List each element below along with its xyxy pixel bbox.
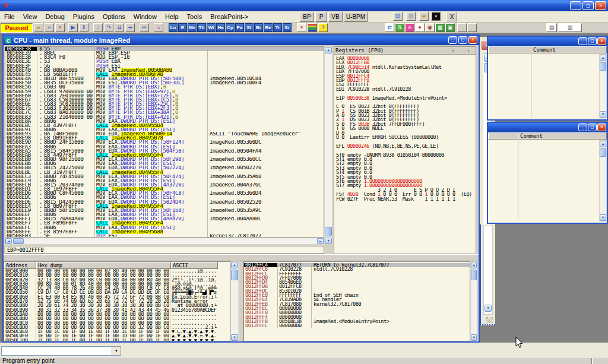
disasm-row[interactable]: 00508ED6.8B0D C8F45000MOV ECX,DWORD PTR … [5, 191, 324, 195]
register-line[interactable]: S 0 FS 003B 32bit 7FFDF000(FFF) [336, 122, 476, 126]
plugin-button-vb[interactable]: VB [328, 12, 343, 22]
disasm-row[interactable]: 00508EF7.E8 F896F8FFCALL ImageRed.004955… [5, 221, 324, 225]
dump-row[interactable]: 0050C0E01F 00 1C 00 1F 00 1E 00 1F 00 1E… [4, 330, 230, 334]
menu-view[interactable]: View [19, 12, 42, 21]
scroll-down-icon[interactable]: ▼ [600, 214, 606, 221]
restore-button[interactable]: □ [582, 1, 594, 10]
open-file-button[interactable]: ▰ [34, 23, 43, 32]
dump-row[interactable]: 0050C0C000 00 00 00 00 00 00 00 00 00 00… [4, 321, 230, 325]
register-line[interactable]: ST3 empty 0.0 [336, 166, 476, 170]
toolbar-br-button[interactable]: Br [254, 23, 263, 32]
scroll-thumb[interactable] [325, 227, 332, 236]
minimize-button[interactable]: _ [570, 1, 581, 10]
disasm-row[interactable]: 00508E7C.C683 8A030000 00MOV BYTE PTR DS… [5, 110, 324, 115]
comment-window-2-titlebar[interactable]: _ □ × [488, 123, 607, 132]
pane-splitter[interactable] [4, 254, 479, 261]
stack-row[interactable]: 0012FFD48054B6ED [244, 280, 470, 284]
scroll-right-icon[interactable]: ► [317, 238, 324, 244]
disasm-row[interactable]: 00508EF1.8B15 70A84A00MOV EDX,DWORD PTR … [5, 217, 324, 221]
dump-stack-divider[interactable] [239, 261, 243, 341]
dump-row[interactable]: 0050C08020 20 61 74 20 30 30 30 30 30 30… [4, 303, 230, 308]
disasm-row[interactable]: 00508E6E.C683 5C020000 00MOV BYTE PTR DS… [5, 102, 324, 106]
blank-button-1[interactable] [457, 23, 467, 32]
close-program-button[interactable]: × [55, 23, 65, 32]
scroll-down-icon[interactable]: ▼ [600, 111, 606, 118]
play-button[interactable]: ▶ [68, 23, 78, 32]
comment-window-2-content[interactable]: ▲ ▼ [488, 140, 607, 221]
register-line[interactable]: ST0 empty -UNORM B938 01050104 00000000 [336, 153, 476, 157]
dump-row[interactable]: 0050C01000 00 00 00 00 00 00 00 00 00 00… [4, 273, 230, 277]
disasm-row[interactable]: 00508EE4.E8 0B97F8FFCALL ImageRed.004955… [5, 204, 324, 208]
disasm-row[interactable]: 00508E39.8BECMOV EBP,ESP [5, 51, 324, 55]
register-line[interactable]: ST5 empty 0.0 [336, 175, 476, 179]
disassembly-vscrollbar[interactable]: ▲ ▼ [324, 46, 332, 245]
help-button[interactable]: ? [318, 23, 328, 32]
disasm-row[interactable]: 00508EC3.8B0D 74F45000MOV ECX,DWORD PTR … [5, 175, 324, 179]
register-line[interactable]: ST1 empty 0.0 [336, 157, 476, 162]
close-button[interactable]: × [597, 124, 606, 131]
register-line[interactable]: ESP 0012FFC4 [336, 74, 476, 78]
stack-row[interactable]: 0012FFD80012FFC8 [244, 284, 470, 289]
register-line[interactable]: A 0 SS 0023 32bit 0(FFFFFFFF) [336, 113, 476, 118]
menu-plugins[interactable]: Plugins [69, 12, 99, 21]
toolbar-th-button[interactable]: Th [197, 23, 206, 32]
scroll-down-icon[interactable]: ▼ [325, 238, 332, 244]
register-line[interactable]: ST2 empty 0.0 [336, 162, 476, 166]
close-button[interactable]: × [597, 37, 606, 45]
dump-row[interactable]: 0050C02032 13 8B C0 02 00 8B C0 00 8D 40… [4, 278, 230, 282]
disasm-row[interactable]: 00508E83.C683 21040000 00MOV BYTE PTR DS… [5, 115, 324, 119]
disasm-row[interactable]: 00508E60.C683 2E010000 00MOV BYTE PTR DS… [5, 94, 324, 98]
step-over-button[interactable]: ↷ [104, 23, 113, 32]
disasm-row[interactable]: 00508E3B.83C4 F0ADD ESP,-10 [5, 55, 324, 59]
colors-button[interactable] [308, 23, 317, 32]
disasm-row[interactable]: 00508E45.E8 56B1EFFFCALL ImageRed.00406F… [5, 72, 324, 77]
dump-row[interactable]: 0050C03000 8D 40 00 01 8D 40 00 00 00 00… [4, 282, 230, 286]
spiral-button[interactable]: ◉ [425, 23, 435, 32]
column-header-blank[interactable] [488, 132, 518, 140]
record-button[interactable]: ● [415, 23, 425, 32]
minimize-button[interactable]: _ [578, 124, 587, 131]
scroll-up-icon[interactable]: ▲ [471, 262, 477, 268]
log-button[interactable]: ▤ [546, 23, 557, 32]
disasm-row[interactable]: 00508E8A.8B06MOV EAX,DWORD PTR DS:[ESI] [5, 119, 324, 124]
prev-fpu-icon[interactable]: ‹ [448, 48, 458, 53]
dump-row[interactable]: 0050C00000 00 00 00 00 00 00 00 02 8D 40… [4, 269, 230, 273]
disasm-row[interactable]: 00508E91.8B06MOV EAX,DWORD PTR DS:[ESI] [5, 128, 324, 132]
resize-grip[interactable] [486, 317, 493, 323]
toolbar-wi-button[interactable]: Wi [207, 23, 216, 32]
disassembly-pane[interactable]: 00508E38$55PUSH EBP00508E39.8BECMOV EBP,… [5, 46, 324, 238]
stack-row[interactable]: 0012FFC47C817077RETURN to kernel32.7C817… [244, 263, 470, 267]
disasm-row[interactable]: 00508EBE.E8 3197F8FFCALL ImageRed.004955… [5, 170, 324, 175]
scroll-thumb[interactable] [600, 62, 606, 71]
toolbar-st-button[interactable]: St [245, 23, 254, 32]
pause-button[interactable]: ‖ [79, 23, 88, 32]
disasm-row[interactable]: 00508E4A.8B1D 88F55000MOV EBX,DWORD PTR … [5, 77, 324, 81]
comment-window-1-content[interactable]: ▲ ▼ [488, 54, 607, 118]
register-line[interactable]: EBX 7FFD7000 [336, 69, 476, 74]
stack-row[interactable]: 0012FFE87C817080kernel32.7C817080 [244, 302, 470, 306]
disasm-row[interactable]: 00508EA5.8B15 584F5000MOV EDX,DWORD PTR … [5, 149, 324, 153]
step-into-button[interactable]: ↓ [93, 23, 103, 32]
disasm-row[interactable]: 00508ED1.E8 1E97F8FFCALL ImageRed.004955… [5, 187, 324, 191]
command-input[interactable] [2, 347, 112, 355]
animate-over-button[interactable]: ↠ [125, 23, 135, 32]
disasm-row[interactable]: 00508E59.C683 97000000 00MOV BYTE PTR DS… [5, 90, 324, 94]
disasm-row[interactable]: 00508E98.E8 DB91F8FFCALL ImageRed.004950… [5, 136, 324, 140]
column-header-comment[interactable]: Comment [531, 46, 607, 53]
folder-button[interactable]: ▰ [419, 12, 429, 21]
disasm-row[interactable]: 00508E75.C683 F3020000 00MOV BYTE PTR DS… [5, 106, 324, 110]
stack-row[interactable]: 0012FFC87C910228ntdll.7C910228 [244, 267, 470, 271]
animate-into-button[interactable]: ⇊ [115, 23, 124, 32]
comment-window-1-titlebar[interactable]: _ □ × [488, 37, 607, 46]
scroll-up-icon[interactable]: ▲ [231, 262, 238, 268]
register-line[interactable]: D 0 [336, 131, 476, 135]
toolbar-ln-button[interactable]: Ln [169, 23, 178, 32]
goto-button[interactable]: ↘ [154, 23, 163, 32]
registers-pane[interactable]: Registers (FPU) ‹ ‹ EAX 00000000ECX 0012… [334, 46, 476, 254]
register-line[interactable]: O 0 LastErr ERROR_SUCCESS (00000000) [336, 135, 476, 140]
stack-row[interactable]: 0012FFF400000000 [244, 315, 470, 319]
disassembly-hscrollbar[interactable]: ◄ ► [5, 238, 324, 245]
toolbar-e-button[interactable]: E [178, 23, 187, 32]
register-line[interactable]: EDX 7C90E514 ntdll.KiFastSystemCallRet [336, 65, 476, 69]
plugin-close-button[interactable]: X [446, 12, 457, 21]
